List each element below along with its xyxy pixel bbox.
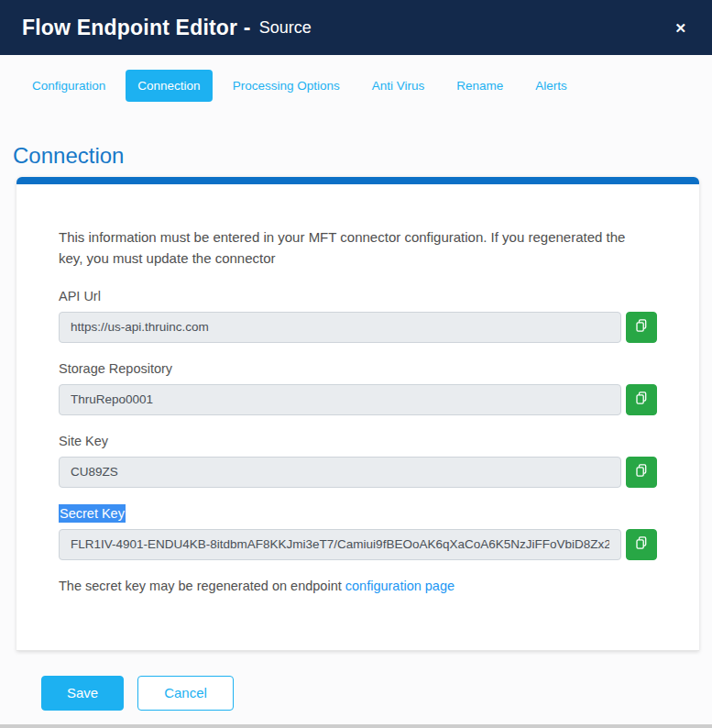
tab-rename[interactable]: Rename (444, 70, 515, 102)
storage-repository-label: Storage Repository (59, 361, 657, 376)
secret-key-label-highlighted-text: Secret Key (59, 504, 126, 523)
tab-connection[interactable]: Connection (126, 70, 212, 102)
copy-site-key-button[interactable] (626, 457, 657, 488)
modal-header: Flow Endpoint Editor - Source ✕ (0, 0, 712, 55)
secret-key-note: The secret key may be regenerated on end… (59, 579, 657, 593)
tab-alerts[interactable]: Alerts (523, 70, 579, 102)
tab-processing-options[interactable]: Processing Options (221, 70, 352, 102)
copy-storage-repository-button[interactable] (626, 384, 657, 415)
copy-icon (634, 391, 649, 408)
field-secret-key: Secret Key (59, 506, 657, 560)
modal-footer: Save Cancel (0, 651, 712, 711)
field-api-url: API Url (59, 289, 657, 343)
copy-icon (634, 318, 649, 336)
secret-key-input[interactable] (59, 529, 621, 560)
copy-secret-key-button[interactable] (626, 529, 657, 560)
site-key-label: Site Key (59, 434, 657, 448)
card-description: This information must be entered in your… (59, 226, 650, 270)
page-title: Connection (13, 143, 712, 169)
configuration-page-link[interactable]: configuration page (345, 579, 455, 593)
api-url-label: API Url (59, 289, 657, 303)
copy-icon (634, 535, 649, 553)
field-site-key: Site Key (59, 434, 657, 488)
save-button[interactable]: Save (41, 676, 124, 711)
note-text: The secret key may be regenerated on end… (59, 579, 345, 593)
close-icon[interactable]: ✕ (671, 17, 690, 39)
tab-configuration[interactable]: Configuration (20, 70, 117, 102)
copy-api-url-button[interactable] (626, 312, 657, 343)
modal-title: Flow Endpoint Editor - (22, 16, 251, 40)
modal-bottom-edge (0, 724, 712, 728)
copy-icon (634, 463, 649, 480)
secret-key-label: Secret Key (59, 506, 657, 521)
api-url-input[interactable] (59, 312, 621, 343)
storage-repository-input[interactable] (59, 384, 621, 415)
tab-anti-virus[interactable]: Anti Virus (360, 70, 437, 102)
tab-bar: Configuration Connection Processing Opti… (20, 70, 712, 102)
modal-subtitle: Source (259, 18, 312, 38)
field-storage-repository: Storage Repository (59, 361, 657, 415)
cancel-button[interactable]: Cancel (137, 676, 234, 711)
site-key-input[interactable] (59, 457, 621, 488)
connection-card: This information must be entered in your… (16, 177, 699, 651)
